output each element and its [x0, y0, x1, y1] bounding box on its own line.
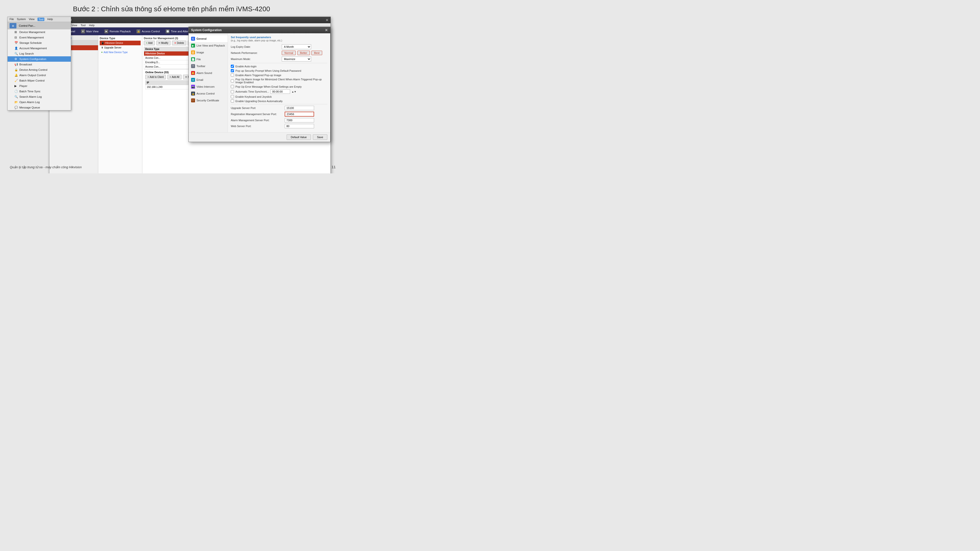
nav-toolbar[interactable]: T Toolbar [189, 63, 228, 70]
menu-event-management[interactable]: ⊟ Event Management [8, 35, 71, 40]
cb-keyboard-input[interactable] [231, 95, 234, 98]
menu-view-ivms[interactable]: View [71, 24, 77, 27]
btn-remote-playback[interactable]: ▶ Remote Playback [102, 29, 133, 34]
menu-open-alarm-log[interactable]: 📂 Open Alarm Log [8, 99, 71, 105]
ivms-titlebar: H iVMS-4200 ✕ [49, 17, 331, 23]
nav-access-control[interactable]: 🔒 Access Control [189, 90, 228, 97]
default-value-btn[interactable]: Default Value [286, 135, 311, 140]
menu-alarm-output-label: Alarm Output Control [19, 74, 46, 77]
access-control-nav-icon: 🔒 [191, 92, 195, 95]
add-to-client-btn[interactable]: + Add to Client [145, 75, 166, 79]
menu-broadcast[interactable]: 📢 Broadcast [8, 62, 71, 67]
hikvision-type-icon: 📱 [101, 41, 104, 44]
cb-alarm-popup-input[interactable] [231, 73, 234, 77]
menu-help[interactable]: Help [47, 17, 53, 21]
save-btn[interactable]: Save [313, 135, 327, 140]
modify-label: Modify [161, 41, 168, 44]
cb-security-prompt-input[interactable] [231, 69, 234, 72]
perf-best-btn[interactable]: Best [312, 51, 322, 55]
cb-popup-minimized-input[interactable] [231, 79, 234, 83]
dialog-right-content: Set frequently used parameters (e.g., lo… [228, 35, 330, 132]
dropdown-top-bar: ⊞ Control Pan... [8, 22, 71, 29]
cb-popup-error-label: Pop Up Error Message When Email Settings… [235, 85, 302, 88]
nav-general-label: General [196, 37, 207, 40]
menu-system-config[interactable]: ⚙ System Configuration [8, 56, 71, 62]
upgrade-server-type[interactable]: ⬆ Upgrade Server [100, 45, 141, 50]
menu-device-mgmt-label: Device Management [19, 30, 45, 33]
add-all-btn[interactable]: + Add All [167, 75, 181, 79]
close-button[interactable]: ✕ [326, 18, 329, 22]
menu-batch-time-sync[interactable]: 🕐 Batch Time Sync [8, 89, 71, 94]
cb-auto-login: Enable Auto-login [231, 65, 327, 68]
time-sync-spinner[interactable]: ▲▼ [291, 91, 296, 93]
menu-device-arming[interactable]: 🔒 Device Arming Control [8, 67, 71, 73]
btn-access-control[interactable]: 🔒 Access Control [134, 29, 162, 34]
delete-device-btn[interactable]: ✕ Delete [172, 41, 186, 45]
menu-system[interactable]: System [17, 17, 26, 21]
menu-view[interactable]: View [29, 17, 35, 21]
time-sync-input[interactable] [270, 89, 290, 94]
nav-email[interactable]: ✉ Email [189, 76, 228, 83]
nav-live-view-label: Live View and Playback [196, 44, 225, 47]
cb-auto-time-sync-input[interactable] [231, 90, 234, 93]
cb-auto-login-input[interactable] [231, 65, 234, 68]
upgrade-port-input[interactable] [285, 106, 314, 110]
add-label: Add [148, 41, 153, 44]
max-mode-select[interactable]: Maximize Normal [282, 57, 311, 62]
nav-security-cert[interactable]: 🛡 Security Certificate [189, 97, 228, 104]
nav-image[interactable]: 🖼 Image [189, 49, 228, 56]
menu-file[interactable]: File [10, 17, 14, 21]
cb-auto-upgrade-input[interactable] [231, 99, 234, 103]
menu-account-label: Account Management [19, 47, 47, 50]
video-intercom-nav-icon: 📷 [191, 85, 195, 89]
web-port-input[interactable] [285, 124, 314, 128]
menu-batch-time-label: Batch Time Sync [19, 90, 40, 93]
time-attendance-btn-icon: 🕐 [165, 29, 170, 33]
btn-main-view[interactable]: 🖥 Main View [79, 29, 101, 34]
menu-tool[interactable]: Tool [38, 17, 45, 21]
cb-auto-time-sync: Automatic Time Synchroni... ▲▼ [231, 89, 327, 94]
nav-live-view[interactable]: ▶ Live View and Playback [189, 42, 228, 49]
menu-batch-wiper[interactable]: 🧹 Batch Wiper Control [8, 78, 71, 83]
modify-netw-icon: ✏ [185, 76, 187, 78]
menu-help-ivms[interactable]: Help [89, 24, 95, 27]
cb-popup-error-input[interactable] [231, 85, 234, 88]
cb-alarm-popup-label: Enable Alarm Triggered Pop-up Image [235, 74, 281, 77]
alarm-mgmt-port-input[interactable] [285, 118, 314, 122]
alarm-output-icon: 🔔 [14, 73, 18, 77]
max-mode-label: Maximum Mode: [231, 57, 280, 60]
nav-image-label: Image [196, 51, 204, 54]
upgrade-server-port-row: Upgrade Server Port [231, 106, 327, 110]
menu-search-alarm-label: Search Alarm Log [19, 95, 41, 98]
menu-device-management[interactable]: ⊞ Device Management [8, 29, 71, 35]
add-device-btn[interactable]: + Add [144, 41, 155, 45]
perf-better-btn[interactable]: Better [298, 51, 310, 55]
menu-alarm-output[interactable]: 🔔 Alarm Output Control [8, 73, 71, 78]
menu-player[interactable]: ▶ Player [8, 83, 71, 89]
nav-general[interactable]: G General [189, 35, 228, 42]
alarm-mgmt-port-row: Alarm Management Server Port: [231, 118, 327, 122]
menu-storage-schedule[interactable]: 📅 Storage Schedule [8, 40, 71, 46]
nav-alarm-sound[interactable]: 🔔 Alarm Sound [189, 70, 228, 76]
nav-access-control-label: Access Control [196, 92, 215, 95]
menu-log-search[interactable]: 🔍 Log Search [8, 51, 71, 56]
perf-normal-btn[interactable]: Normal [282, 51, 296, 55]
nav-file[interactable]: 📄 File [189, 56, 228, 63]
image-nav-icon: 🖼 [191, 51, 195, 54]
log-expiry-select[interactable]: A Month A Week 3 Months [282, 44, 311, 49]
menu-storage-label: Storage Schedule [19, 41, 41, 44]
hikvision-device-type[interactable]: 📱 Hikvision Device [100, 41, 141, 45]
nav-video-intercom[interactable]: 📷 Video Intercom [189, 83, 228, 90]
modify-icon: ✏ [159, 41, 161, 44]
menu-search-alarm-log[interactable]: 🔍 Search Alarm Log [8, 94, 71, 99]
reg-mgmt-port-input[interactable] [285, 112, 314, 117]
menu-bar: File System View Tool Help [8, 17, 71, 22]
menu-tool-ivms[interactable]: Tool [81, 24, 86, 27]
menu-account-management[interactable]: 👤 Account Management [8, 46, 71, 51]
add-new-device-type[interactable]: + Add New Device Type [100, 50, 141, 55]
open-alarm-icon: 📂 [14, 100, 18, 104]
device-type-header: Device Type [100, 37, 141, 40]
menu-sys-config-label: System Configuration [19, 57, 46, 60]
menu-message-queue[interactable]: 💬 Message Queue [8, 105, 71, 110]
modify-device-btn[interactable]: ✏ Modify [156, 41, 170, 45]
